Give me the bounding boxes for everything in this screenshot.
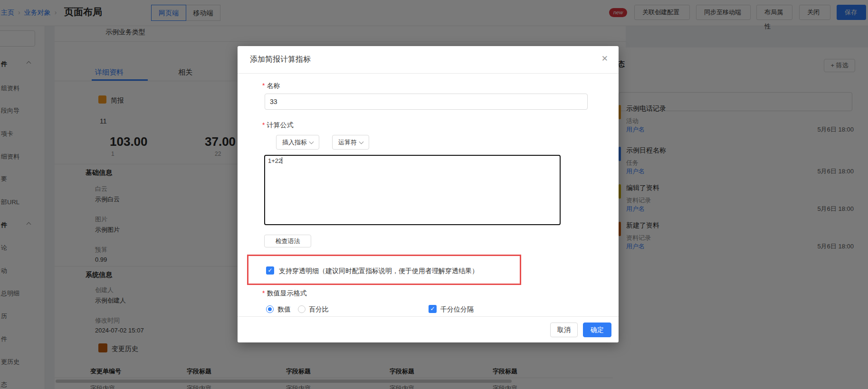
required-asterisk: * xyxy=(262,289,265,297)
number-format-label: *数值显示格式 xyxy=(262,289,306,298)
add-brief-metric-dialog: 添加简报计算指标 ✕ *名称 *计算公式 插入指标 运算符 1+22 检查语法 … xyxy=(238,46,619,342)
operator-dropdown[interactable]: 运算符 xyxy=(332,135,369,150)
cancel-button[interactable]: 取消 xyxy=(550,323,578,337)
radio-number-label[interactable]: 数值 xyxy=(277,305,291,314)
close-icon[interactable]: ✕ xyxy=(601,54,608,64)
chevron-down-icon xyxy=(309,140,314,144)
text-cursor xyxy=(282,157,282,164)
name-field-label: *名称 xyxy=(262,82,280,90)
required-asterisk: * xyxy=(262,82,265,89)
dialog-title: 添加简报计算指标 xyxy=(250,55,311,65)
radio-percent-label[interactable]: 百分比 xyxy=(309,305,329,314)
radio-number[interactable] xyxy=(266,305,274,313)
check-syntax-button[interactable]: 检查语法 xyxy=(264,235,311,247)
passthrough-checkbox-label[interactable]: 支持穿透明细（建议同时配置指标说明，便于使用者理解穿透结果） xyxy=(279,267,478,275)
insert-metric-dropdown[interactable]: 插入指标 xyxy=(276,135,319,150)
passthrough-checkbox[interactable]: ✓ xyxy=(266,266,274,275)
required-asterisk: * xyxy=(262,121,265,129)
thousand-separator-label[interactable]: 千分位分隔 xyxy=(440,305,474,314)
formula-field-label: *计算公式 xyxy=(262,121,293,130)
name-input[interactable] xyxy=(265,94,588,110)
app-window: 主页›业务对象› 页面布局 网页端 移动端 new 关联创建配置 同步至移动端 … xyxy=(0,0,868,389)
radio-percent[interactable] xyxy=(298,305,305,313)
chevron-down-icon xyxy=(359,140,364,144)
thousand-separator-checkbox[interactable]: ✓ xyxy=(429,305,437,313)
formula-textarea[interactable]: 1+22 xyxy=(264,155,561,225)
confirm-button[interactable]: 确定 xyxy=(583,323,611,337)
